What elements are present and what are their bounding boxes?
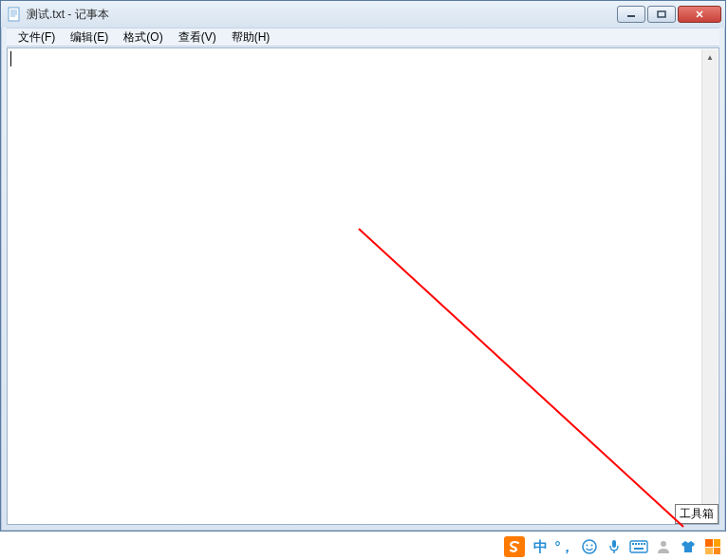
svg-rect-14: [632, 543, 634, 545]
ime-mode-chinese[interactable]: 中: [531, 537, 550, 556]
editor-frame: ▲ ▼: [7, 47, 719, 525]
svg-point-8: [583, 540, 596, 553]
svg-point-9: [587, 545, 588, 547]
ime-account-icon[interactable]: [654, 537, 673, 556]
menu-help[interactable]: 帮助(H): [224, 28, 278, 47]
ime-softkeyboard-icon[interactable]: [629, 537, 648, 556]
ime-skin-icon[interactable]: [679, 537, 698, 556]
close-button[interactable]: [678, 6, 721, 23]
svg-rect-6: [658, 11, 665, 17]
menu-file[interactable]: 文件(F): [10, 28, 63, 47]
ime-punctuation-icon[interactable]: °，: [555, 537, 574, 556]
ime-emoji-icon[interactable]: [580, 537, 599, 556]
minimize-button[interactable]: [617, 6, 645, 23]
vertical-scrollbar[interactable]: ▲ ▼: [701, 49, 718, 523]
scroll-up-arrow-icon[interactable]: ▲: [702, 49, 718, 65]
notepad-window: 测试.txt - 记事本 文件(F) 编辑(E) 格式(O) 查看(V) 帮助(…: [0, 0, 726, 532]
svg-rect-11: [612, 540, 616, 548]
window-controls: [615, 6, 721, 23]
maximize-button[interactable]: [647, 6, 676, 23]
tooltip-label: 工具箱: [680, 507, 714, 520]
toolbox-tooltip: 工具箱: [675, 504, 719, 524]
ime-toolbox-icon[interactable]: [703, 537, 722, 556]
svg-point-10: [591, 545, 593, 547]
menu-format[interactable]: 格式(O): [116, 28, 170, 47]
svg-rect-5: [627, 15, 635, 17]
svg-rect-17: [641, 543, 643, 545]
text-area[interactable]: [9, 49, 701, 523]
ime-voice-icon[interactable]: [605, 537, 624, 556]
svg-rect-18: [644, 543, 645, 545]
text-cursor: [10, 51, 11, 66]
svg-rect-13: [630, 541, 647, 552]
sogou-logo-icon[interactable]: [504, 536, 525, 557]
ime-toolbar: 中 °，: [0, 533, 728, 560]
menubar: 文件(F) 编辑(E) 格式(O) 查看(V) 帮助(H): [7, 28, 719, 47]
window-title: 测试.txt - 记事本: [27, 7, 615, 23]
notepad-app-icon: [7, 7, 22, 22]
titlebar[interactable]: 测试.txt - 记事本: [1, 1, 725, 28]
svg-rect-15: [635, 543, 637, 545]
svg-rect-19: [634, 548, 644, 550]
menu-view[interactable]: 查看(V): [171, 28, 224, 47]
svg-rect-16: [638, 543, 640, 545]
menu-edit[interactable]: 编辑(E): [63, 28, 116, 47]
svg-point-20: [661, 541, 666, 547]
